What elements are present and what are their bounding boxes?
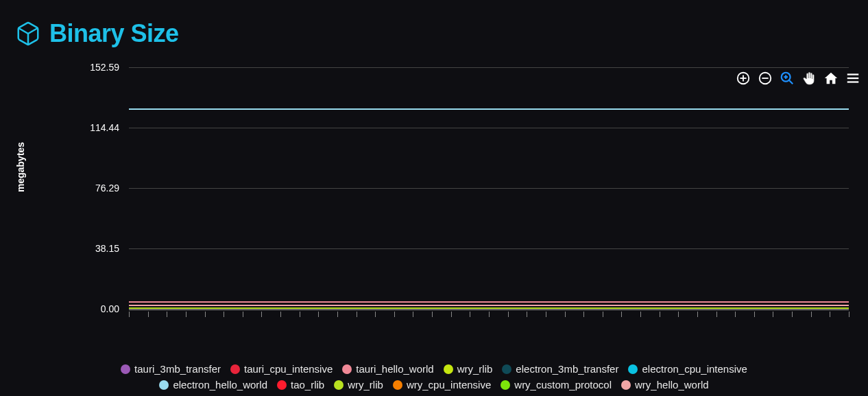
legend-swatch — [393, 380, 402, 390]
legend-label: wry_cpu_intensive — [407, 379, 491, 391]
series-line — [129, 305, 849, 306]
legend-label: tauri_3mb_transfer — [134, 363, 221, 375]
x-tick — [508, 312, 509, 317]
x-tick — [489, 312, 490, 317]
legend-label: wry_rlib — [457, 363, 493, 375]
legend-item[interactable]: electron_hello_world — [159, 379, 267, 391]
legend-label: tauri_hello_world — [356, 363, 433, 375]
legend-label: wry_hello_world — [635, 379, 709, 391]
gridline — [129, 67, 849, 68]
y-tick-label: 76.29 — [82, 183, 119, 194]
x-tick — [716, 312, 717, 317]
series-line — [129, 108, 849, 110]
page-title: Binary Size — [49, 19, 179, 48]
legend-swatch — [628, 364, 638, 374]
x-tick — [811, 312, 812, 317]
legend-swatch — [621, 380, 631, 390]
x-tick — [280, 312, 281, 317]
page-header: Binary Size — [0, 0, 868, 54]
x-tick — [300, 312, 300, 317]
chart-area: 0.0038.1576.29114.44152.59 — [41, 67, 857, 328]
y-tick-label: 0.00 — [82, 303, 119, 314]
legend-label: tao_rlib — [291, 379, 324, 391]
legend-item[interactable]: electron_cpu_intensive — [628, 363, 747, 375]
legend-item[interactable]: wry_hello_world — [621, 379, 709, 391]
x-tick — [621, 312, 622, 317]
x-tick — [375, 312, 376, 317]
x-tick — [148, 312, 149, 317]
gridline — [129, 188, 849, 189]
y-axis-label: megabytes — [15, 142, 26, 192]
x-tick — [830, 312, 830, 317]
x-tick — [849, 312, 849, 317]
x-tick — [603, 312, 603, 317]
legend-swatch — [444, 364, 453, 374]
legend-label: electron_hello_world — [173, 379, 267, 391]
x-tick — [678, 312, 679, 317]
box-icon — [15, 21, 41, 47]
legend-item[interactable]: tauri_cpu_intensive — [230, 363, 333, 375]
x-tick — [224, 312, 224, 317]
x-tick — [546, 312, 546, 317]
x-axis-ticks — [129, 310, 849, 317]
y-tick-label: 114.44 — [82, 122, 119, 133]
x-tick — [527, 312, 527, 317]
x-tick — [186, 312, 186, 317]
legend-swatch — [121, 364, 130, 374]
chart-legend: tauri_3mb_transfertauri_cpu_intensivetau… — [0, 363, 868, 391]
legend-swatch — [502, 364, 511, 374]
x-tick — [243, 312, 243, 317]
legend-swatch — [501, 380, 510, 390]
x-tick — [754, 312, 755, 317]
legend-item[interactable]: wry_rlib — [334, 379, 383, 391]
legend-item[interactable]: tao_rlib — [277, 379, 324, 391]
x-tick — [205, 312, 206, 317]
legend-item[interactable]: electron_3mb_transfer — [502, 363, 618, 375]
legend-swatch — [159, 380, 169, 390]
x-tick — [470, 312, 470, 317]
gridline — [129, 309, 849, 310]
x-tick — [640, 312, 641, 317]
legend-item[interactable]: tauri_3mb_transfer — [121, 363, 221, 375]
x-tick — [660, 312, 660, 317]
x-tick — [357, 312, 357, 317]
x-tick — [451, 312, 452, 317]
legend-label: electron_cpu_intensive — [642, 363, 747, 375]
legend-item[interactable]: wry_custom_protocol — [501, 379, 612, 391]
legend-swatch — [230, 364, 240, 374]
x-tick — [261, 312, 262, 317]
legend-item[interactable]: wry_rlib — [444, 363, 493, 375]
legend-item[interactable]: wry_cpu_intensive — [393, 379, 491, 391]
x-tick — [394, 312, 395, 317]
gridline — [129, 128, 849, 128]
x-tick — [432, 312, 433, 317]
x-tick — [318, 312, 319, 317]
legend-swatch — [334, 380, 343, 390]
x-tick — [337, 312, 338, 317]
legend-label: wry_custom_protocol — [514, 379, 612, 391]
legend-label: electron_3mb_transfer — [516, 363, 618, 375]
y-tick-label: 152.59 — [82, 62, 119, 73]
x-tick — [565, 312, 566, 317]
x-tick — [583, 312, 584, 317]
y-tick-label: 38.15 — [82, 243, 119, 254]
legend-label: wry_rlib — [348, 379, 383, 391]
x-tick — [735, 312, 736, 317]
x-tick — [167, 312, 167, 317]
legend-swatch — [342, 364, 352, 374]
legend-label: tauri_cpu_intensive — [244, 363, 333, 375]
x-tick — [773, 312, 773, 317]
gridline — [129, 248, 849, 249]
legend-item[interactable]: tauri_hello_world — [342, 363, 433, 375]
series-line — [129, 301, 849, 303]
x-tick — [413, 312, 413, 317]
legend-swatch — [277, 380, 287, 390]
x-tick — [697, 312, 698, 317]
x-tick — [129, 312, 130, 317]
x-tick — [792, 312, 793, 317]
